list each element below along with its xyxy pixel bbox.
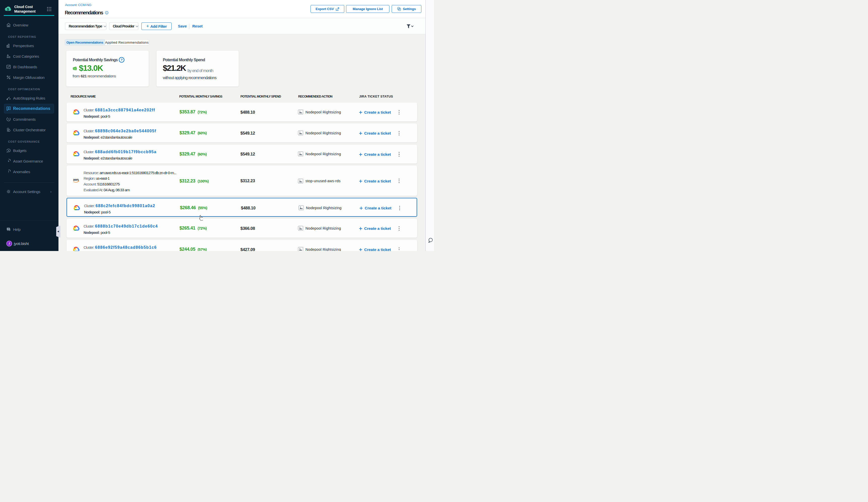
svg-text:$: $	[8, 149, 9, 152]
svg-text:?: ?	[121, 58, 123, 62]
svg-text:$: $	[7, 7, 9, 11]
svg-text:?: ?	[8, 228, 9, 230]
svg-text:$: $	[8, 160, 9, 162]
svg-text:aws: aws	[73, 178, 79, 181]
